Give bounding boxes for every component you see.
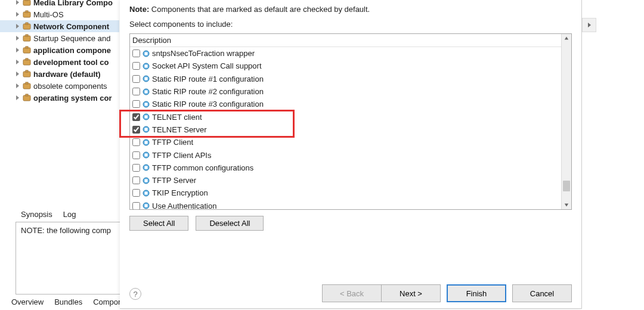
- component-checkbox[interactable]: [132, 88, 140, 95]
- deselect-all-button[interactable]: Deselect All: [196, 216, 264, 231]
- list-item[interactable]: Socket API System Call support: [130, 60, 561, 72]
- next-button[interactable]: Next >: [381, 284, 441, 302]
- list-item[interactable]: TELNET Server: [130, 123, 561, 136]
- tree-item[interactable]: Network Component: [0, 20, 119, 32]
- component-checkbox[interactable]: [132, 176, 140, 184]
- expand-icon[interactable]: [13, 82, 21, 90]
- svg-rect-33: [145, 141, 148, 144]
- component-checkbox[interactable]: [132, 164, 140, 172]
- tab-synopsis[interactable]: Synopsis: [16, 208, 58, 221]
- list-item[interactable]: Static RIP route #3 configuration: [130, 98, 561, 110]
- scroll-up-icon[interactable]: [562, 34, 571, 42]
- svg-rect-11: [26, 58, 28, 60]
- component-label: TFTP Server: [152, 176, 196, 185]
- tree-item[interactable]: Media Library Compo: [0, 0, 119, 8]
- component-checkbox[interactable]: [132, 62, 140, 70]
- tree-item-label: obsolete components: [33, 82, 107, 91]
- component-checkbox[interactable]: [132, 126, 140, 134]
- tree-item[interactable]: Multi-OS: [0, 8, 119, 20]
- component-label: TELNET Server: [152, 125, 207, 134]
- component-label: TFTP Client APIs: [152, 151, 211, 160]
- vertical-scrollbar[interactable]: [561, 34, 571, 209]
- expand-icon[interactable]: [13, 34, 21, 42]
- list-item[interactable]: Use Authentication: [130, 200, 561, 209]
- column-description: Description: [132, 36, 171, 45]
- list-item[interactable]: TELNET client: [130, 110, 561, 123]
- component-checkbox[interactable]: [132, 113, 140, 121]
- svg-rect-7: [26, 35, 28, 36]
- component-label: Static RIP route #1 configuration: [152, 75, 264, 83]
- scroll-thumb[interactable]: [563, 181, 570, 191]
- expand-icon[interactable]: [13, 58, 21, 66]
- tree-item-label: Startup Sequence and: [33, 34, 110, 43]
- svg-rect-27: [145, 103, 148, 106]
- svg-rect-31: [145, 128, 148, 131]
- expand-icon[interactable]: [13, 70, 21, 78]
- tree-pane: Media Library CompoMulti-OSNetwork Compo…: [0, 0, 119, 208]
- component-checkbox[interactable]: [132, 100, 140, 108]
- expand-icon[interactable]: [13, 22, 21, 30]
- svg-rect-5: [26, 23, 28, 24]
- list-item[interactable]: TFTP common configurations: [130, 162, 561, 174]
- tree-item[interactable]: development tool co: [0, 56, 119, 68]
- finish-button[interactable]: Finish: [447, 284, 506, 302]
- tree-item[interactable]: obsolete components: [0, 80, 119, 92]
- tab-log[interactable]: Log: [58, 208, 82, 221]
- component-icon: [143, 139, 150, 146]
- component-dialog: Note: Components that are marked as defa…: [120, 0, 582, 309]
- svg-rect-3: [26, 11, 28, 13]
- expand-icon[interactable]: [13, 46, 21, 54]
- component-checkbox[interactable]: [132, 189, 140, 197]
- help-icon[interactable]: ?: [129, 288, 141, 300]
- component-checkbox[interactable]: [132, 75, 140, 83]
- scroll-down-icon[interactable]: [562, 201, 571, 209]
- tree-item[interactable]: application compone: [0, 44, 119, 56]
- component-icon: [143, 113, 150, 120]
- package-icon: [23, 0, 31, 7]
- list-item[interactable]: TFTP Client APIs: [130, 148, 561, 161]
- component-icon: [143, 190, 150, 197]
- tab-bundles[interactable]: Bundles: [49, 296, 88, 308]
- tab-overview[interactable]: Overview: [6, 296, 49, 308]
- tree-item-label: Multi-OS: [33, 10, 64, 19]
- component-checkbox[interactable]: [132, 202, 140, 209]
- list-header[interactable]: Description: [130, 34, 561, 47]
- cancel-button[interactable]: Cancel: [512, 284, 572, 302]
- component-checkbox[interactable]: [132, 151, 140, 159]
- svg-rect-17: [26, 94, 28, 96]
- component-checkbox[interactable]: [132, 138, 140, 146]
- note-line: Note: Components that are marked as defa…: [129, 5, 572, 14]
- tree-item[interactable]: hardware (default): [0, 68, 119, 80]
- scroll-end-icon[interactable]: [582, 18, 596, 32]
- tree-item[interactable]: Startup Sequence and: [0, 32, 119, 44]
- component-label: Socket API System Call support: [152, 61, 262, 70]
- component-label: TELNET client: [152, 113, 202, 122]
- component-icon: [143, 202, 150, 209]
- log-text: NOTE: the following comp: [21, 226, 111, 235]
- svg-rect-23: [145, 78, 148, 80]
- list-item[interactable]: Static RIP route #1 configuration: [130, 73, 561, 85]
- svg-rect-43: [145, 204, 148, 207]
- tree-item-label: application compone: [33, 46, 111, 55]
- tree-item-label: development tool co: [33, 58, 109, 67]
- select-all-button[interactable]: Select All: [129, 216, 188, 231]
- tree-item[interactable]: operating system cor: [0, 92, 119, 104]
- list-item[interactable]: TFTP Client: [130, 136, 561, 148]
- component-label: Static RIP route #2 configuration: [152, 87, 264, 96]
- select-components-label: Select components to include:: [129, 20, 572, 29]
- list-item[interactable]: TFTP Server: [130, 174, 561, 187]
- component-icon: [143, 75, 150, 82]
- expand-icon[interactable]: [13, 94, 21, 102]
- component-icon: [143, 101, 150, 108]
- list-item[interactable]: Static RIP route #2 configuration: [130, 85, 561, 98]
- expand-icon[interactable]: [13, 10, 21, 18]
- component-checkbox[interactable]: [132, 49, 140, 57]
- list-item[interactable]: TKIP Encryption: [130, 187, 561, 199]
- component-label: sntpsNsecToFraction wrapper: [152, 49, 255, 58]
- lower-detail-tabs: Synopsis Log: [16, 208, 81, 221]
- note-label: Note:: [129, 5, 149, 14]
- expand-icon[interactable]: [13, 0, 21, 7]
- svg-rect-13: [26, 70, 28, 72]
- component-icon: [143, 50, 150, 57]
- list-item[interactable]: sntpsNsecToFraction wrapper: [130, 47, 561, 60]
